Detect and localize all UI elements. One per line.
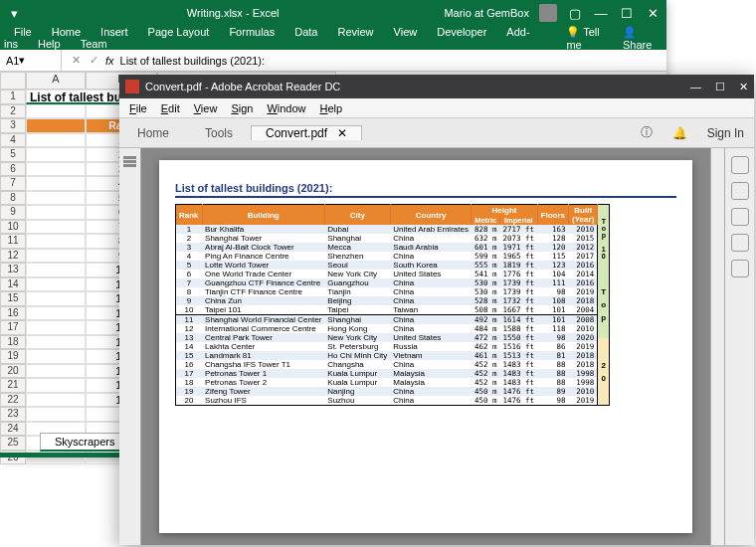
tool-icon[interactable] <box>731 208 749 226</box>
row-header[interactable]: 16 <box>0 306 26 321</box>
maximize-icon[interactable]: ☐ <box>715 81 725 93</box>
row-header[interactable]: 10 <box>0 220 26 235</box>
menu-view[interactable]: View <box>188 102 224 114</box>
row-header[interactable]: 4 <box>0 133 26 148</box>
row-header[interactable]: 21 <box>0 378 26 393</box>
enter-icon[interactable]: ✓ <box>90 54 99 67</box>
cell[interactable] <box>26 133 86 148</box>
row-header[interactable]: 11 <box>0 234 26 249</box>
row-header[interactable]: 24 <box>0 422 26 437</box>
excel-menu-icon[interactable]: ▾ <box>6 6 22 21</box>
tab-tools[interactable]: Tools <box>187 118 251 147</box>
ribbon-tab-view[interactable]: View <box>384 23 428 41</box>
maximize-icon[interactable]: ☐ <box>619 6 635 21</box>
acrobat-scrollbar[interactable] <box>710 148 724 545</box>
row-header[interactable]: 22 <box>0 393 26 408</box>
tool-icon[interactable] <box>731 182 749 200</box>
row-header[interactable]: 18 <box>0 335 26 350</box>
ribbon-tab-page-layout[interactable]: Page Layout <box>138 23 220 41</box>
name-box[interactable]: A1 ▾ <box>0 50 62 71</box>
acrobat-tools-pane[interactable] <box>724 148 754 545</box>
sign-in-button[interactable]: Sign In <box>697 126 754 140</box>
row-header[interactable]: 2 <box>0 104 26 119</box>
menu-edit[interactable]: Edit <box>155 102 186 114</box>
row-header[interactable]: 20 <box>0 364 26 379</box>
menu-sign[interactable]: Sign <box>225 102 259 114</box>
ribbon-tab-data[interactable]: Data <box>284 23 327 41</box>
minimize-icon[interactable]: — <box>593 6 609 21</box>
tool-icon[interactable] <box>731 260 749 277</box>
tab-document[interactable]: Convert.pdf ✕ <box>251 125 362 140</box>
row-header[interactable]: 3 <box>0 118 26 133</box>
row-header[interactable]: 7 <box>0 176 26 191</box>
row-header[interactable]: 9 <box>0 205 26 220</box>
minimize-icon[interactable]: — <box>690 81 701 93</box>
cell[interactable] <box>26 277 86 292</box>
cell[interactable] <box>26 118 86 133</box>
cell[interactable] <box>26 393 86 408</box>
ribbon-tab-review[interactable]: Review <box>327 23 383 41</box>
close-icon[interactable]: ✕ <box>645 6 661 21</box>
tool-icon[interactable] <box>731 156 749 174</box>
close-icon[interactable]: ✕ <box>739 81 748 93</box>
share-button[interactable]: 👤 Share <box>623 26 662 51</box>
col-header[interactable]: A <box>26 72 86 90</box>
row-header[interactable]: 23 <box>0 407 26 422</box>
formula-input[interactable]: List of tallest buildings (2021): <box>120 55 266 67</box>
tab-close-icon[interactable]: ✕ <box>337 126 347 140</box>
row-header[interactable]: 8 <box>0 191 26 206</box>
acrobat-titlebar[interactable]: Convert.pdf - Adobe Acrobat Reader DC — … <box>119 75 754 98</box>
row-header[interactable]: 6 <box>0 162 26 177</box>
cell: 1965 ft <box>500 252 538 261</box>
cell[interactable] <box>26 234 86 249</box>
row-header[interactable]: 14 <box>0 277 26 292</box>
ribbon-tab-formulas[interactable]: Formulas <box>219 23 284 41</box>
tab-home[interactable]: Home <box>119 118 187 147</box>
row-header[interactable]: 13 <box>0 263 26 277</box>
help-icon[interactable]: ⓘ <box>631 124 662 141</box>
cell[interactable] <box>26 364 86 379</box>
cell[interactable] <box>26 306 86 321</box>
bell-icon[interactable]: 🔔 <box>662 126 697 140</box>
sheet-tab[interactable]: Skyscrapers <box>40 433 130 452</box>
cell[interactable] <box>26 104 86 119</box>
select-all-corner[interactable] <box>0 72 26 90</box>
cell[interactable] <box>26 263 86 277</box>
cell[interactable] <box>26 378 86 393</box>
row-header[interactable]: 17 <box>0 320 26 335</box>
cell[interactable] <box>26 335 86 350</box>
row-header[interactable]: 19 <box>0 349 26 364</box>
avatar-icon[interactable] <box>539 4 557 22</box>
cell[interactable] <box>26 291 86 306</box>
row-header[interactable]: 25 <box>0 436 26 451</box>
ribbon-tab-team[interactable]: Team <box>71 35 117 53</box>
cell[interactable] <box>26 162 86 177</box>
cell[interactable] <box>26 191 86 206</box>
row-header[interactable]: 5 <box>0 147 26 162</box>
menu-file[interactable]: File <box>123 102 153 114</box>
excel-ribbon-opts-icon[interactable]: ▢ <box>567 6 583 21</box>
menu-window[interactable]: Window <box>261 102 311 114</box>
cell[interactable] <box>26 320 86 335</box>
cancel-icon[interactable]: ✕ <box>62 54 90 67</box>
cell: 1476 ft <box>500 396 538 406</box>
nav-toggle-icon[interactable] <box>123 156 136 159</box>
cell[interactable] <box>26 220 86 235</box>
row-header[interactable]: 15 <box>0 291 26 306</box>
cell[interactable] <box>26 349 86 364</box>
row-header[interactable]: 1 <box>0 90 26 104</box>
fx-icon[interactable]: fx <box>105 55 114 67</box>
cell: China <box>390 278 472 287</box>
cell[interactable] <box>26 176 86 191</box>
tool-icon[interactable] <box>731 234 749 252</box>
ribbon-tab-developer[interactable]: Developer <box>427 23 496 41</box>
tell-me[interactable]: 💡 Tell me <box>566 26 611 51</box>
cell[interactable] <box>26 205 86 220</box>
cell[interactable] <box>26 147 86 162</box>
acrobat-nav-pane[interactable] <box>119 148 141 545</box>
cell[interactable] <box>26 249 86 264</box>
cell[interactable] <box>26 407 86 422</box>
cell: 6 <box>176 270 203 278</box>
menu-help[interactable]: Help <box>314 102 349 114</box>
row-header[interactable]: 12 <box>0 249 26 264</box>
